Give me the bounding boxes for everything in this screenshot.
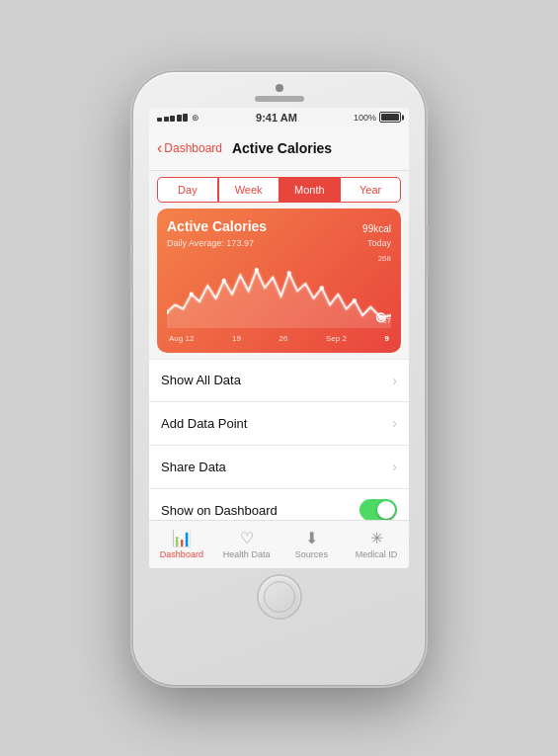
status-left: ⊛: [157, 113, 199, 123]
share-data-right: ›: [392, 459, 397, 474]
medical-id-tab-label: Medical ID: [356, 549, 398, 559]
chart-svg: [167, 254, 391, 328]
share-data-item[interactable]: Share Data ›: [149, 446, 409, 489]
show-all-data-label: Show All Data: [161, 373, 241, 387]
wifi-icon: ⊛: [192, 113, 199, 123]
chart-max-label: 268: [378, 254, 391, 263]
medical-id-tab-icon: ✳: [370, 529, 383, 547]
chart-x-19: 19: [232, 334, 241, 343]
dashboard-tab-icon: 📊: [172, 529, 192, 547]
show-all-data-item[interactable]: Show All Data ›: [149, 359, 409, 402]
add-data-point-right: ›: [392, 415, 397, 431]
svg-point-6: [353, 298, 357, 302]
svg-point-1: [190, 292, 194, 295]
status-time: 9:41 AM: [256, 112, 297, 124]
status-bar: ⊛ 9:41 AM 100%: [149, 108, 409, 127]
chevron-right-icon-2: ›: [392, 415, 397, 431]
tab-health-data[interactable]: ♡ Health Data: [214, 521, 279, 568]
sources-tab-label: Sources: [295, 549, 328, 559]
segment-week[interactable]: Week: [218, 177, 279, 203]
back-label: Dashboard: [164, 141, 222, 155]
segment-day[interactable]: Day: [157, 177, 218, 203]
svg-point-2: [222, 278, 226, 282]
nav-title: Active Calories: [222, 140, 342, 156]
tab-bar: 📊 Dashboard ♡ Health Data ⬇ Sources ✳ Me…: [149, 520, 409, 568]
phone-frame: ⊛ 9:41 AM 100% ‹ Dashboard Active Calori…: [133, 72, 425, 685]
tab-medical-id[interactable]: ✳ Medical ID: [344, 521, 409, 568]
chevron-right-icon-3: ›: [392, 459, 397, 474]
segment-year[interactable]: Year: [340, 177, 401, 203]
vol-up-button[interactable]: [129, 210, 133, 246]
chart-x-aug12: Aug 12: [169, 334, 194, 343]
chart-title: Active Calories: [167, 218, 267, 234]
svg-point-5: [320, 286, 324, 290]
show-on-dashboard-toggle[interactable]: [359, 499, 397, 520]
share-data-label: Share Data: [161, 460, 226, 474]
list-section: Show All Data › Add Data Point › Share D…: [149, 359, 409, 520]
home-button-wrap: [259, 576, 300, 618]
sources-tab-icon: ⬇: [305, 529, 318, 547]
battery-icon: [379, 112, 401, 123]
show-on-dashboard-item[interactable]: Show on Dashboard: [149, 489, 409, 520]
home-button[interactable]: [259, 576, 300, 618]
show-on-dashboard-label: Show on Dashboard: [161, 503, 278, 518]
chart-x-labels: Aug 12 19 26 Sep 2 9: [167, 334, 391, 343]
segment-month[interactable]: Month: [279, 177, 341, 203]
tab-dashboard[interactable]: 📊 Dashboard: [149, 521, 214, 568]
chart-header: Active Calories 99kcal: [167, 218, 391, 236]
vol-down-button[interactable]: [129, 254, 133, 290]
chart-value: 99kcal: [362, 218, 391, 236]
show-all-data-right: ›: [392, 373, 397, 388]
chart-today: Today: [367, 238, 391, 248]
tab-sources[interactable]: ⬇ Sources: [279, 521, 345, 568]
front-camera: [276, 84, 283, 92]
chart-y-labels: 268 87: [378, 254, 391, 325]
segment-control: Day Week Month Year: [149, 171, 409, 209]
screen: ⊛ 9:41 AM 100% ‹ Dashboard Active Calori…: [149, 108, 409, 568]
svg-point-4: [287, 271, 291, 275]
chart-card: Active Calories 99kcal Daily Average: 17…: [157, 209, 401, 353]
chart-subtitle: Daily Average: 173.97: [167, 238, 254, 248]
status-right: 100%: [354, 112, 401, 123]
toggle-thumb: [377, 501, 395, 519]
add-data-point-item[interactable]: Add Data Point ›: [149, 402, 409, 446]
signal-icon: [157, 114, 188, 122]
chart-x-9: 9: [385, 334, 389, 343]
chevron-right-icon: ›: [392, 373, 397, 388]
health-data-tab-label: Health Data: [223, 549, 271, 559]
chart-mid-label: 87: [382, 316, 391, 325]
home-button-inner: [264, 581, 295, 613]
add-data-point-label: Add Data Point: [161, 416, 247, 431]
chart-x-26: 26: [279, 334, 287, 343]
nav-bar: ‹ Dashboard Active Calories: [149, 127, 409, 171]
back-button[interactable]: ‹ Dashboard: [157, 141, 222, 156]
earpiece-speaker: [255, 96, 304, 102]
phone-top: [143, 84, 415, 102]
battery-pct: 100%: [354, 113, 376, 123]
back-chevron-icon: ‹: [157, 140, 162, 156]
dashboard-tab-label: Dashboard: [160, 549, 203, 559]
chart-x-sep2: Sep 2: [326, 334, 347, 343]
svg-point-3: [255, 267, 259, 271]
chart-area: 268 87: [167, 254, 391, 343]
health-data-tab-icon: ♡: [240, 529, 254, 547]
power-button[interactable]: [425, 225, 429, 275]
